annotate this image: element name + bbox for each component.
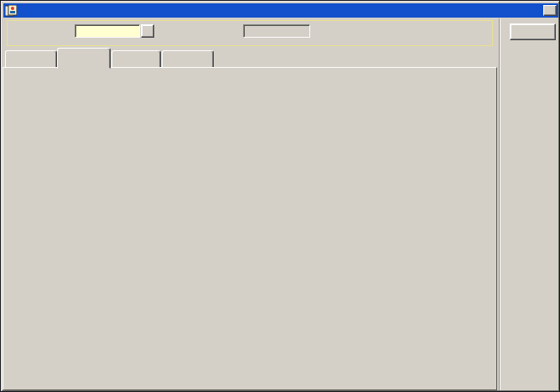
property-field: [243, 24, 310, 38]
tab-rate-header[interactable]: [5, 50, 57, 68]
close-icon[interactable]: [543, 5, 557, 16]
tab-more[interactable]: [162, 50, 214, 68]
tab-negotiated[interactable]: [111, 50, 161, 68]
tab-page: [3, 67, 497, 390]
app-icon: [5, 5, 17, 17]
rate-code-dropdown-icon[interactable]: [141, 24, 154, 38]
title-bar: [3, 3, 558, 18]
panel-divider: [499, 18, 500, 390]
rate-code-input[interactable]: [75, 24, 140, 38]
rate-setup-window: [0, 0, 560, 392]
tab-rate-detail[interactable]: [57, 48, 111, 69]
search-button[interactable]: [510, 23, 556, 40]
